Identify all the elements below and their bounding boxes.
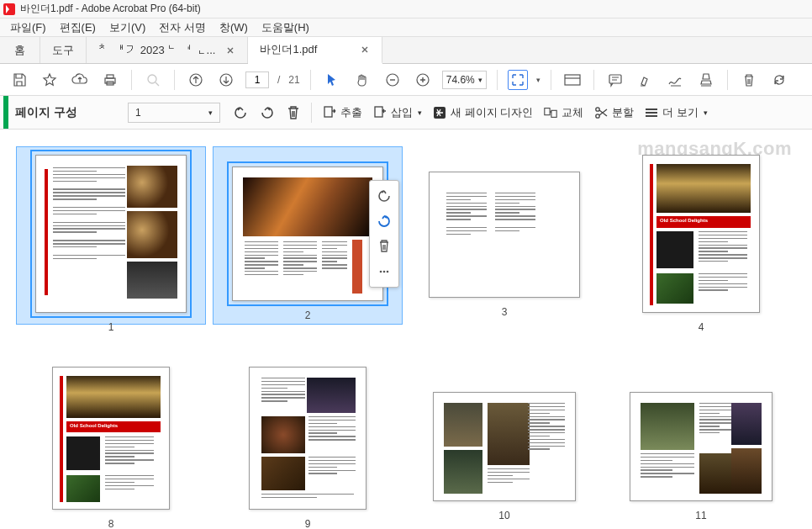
page-thumbnail[interactable]: 11 (613, 367, 789, 529)
fit-page-button[interactable] (508, 70, 528, 90)
page-thumbnail[interactable]: 1 (23, 155, 199, 333)
zoom-in-button[interactable] (412, 69, 434, 91)
menu-view[interactable]: 보기(V) (104, 19, 150, 37)
design-page-button[interactable]: 새 페이지 디자인 (427, 102, 538, 124)
insert-icon (372, 105, 388, 120)
highlight-button[interactable] (635, 69, 656, 91)
page-number-label: 4 (699, 321, 704, 333)
extract-button[interactable]: 추출 (317, 102, 367, 124)
tab-doc2-label: 바인더1.pdf (260, 42, 317, 57)
svg-rect-19 (646, 115, 657, 117)
star-button[interactable] (39, 69, 61, 91)
more-icon (644, 105, 659, 120)
page-thumbnail[interactable]: Old School Delights 8 (23, 367, 199, 529)
acrobat-app-icon (3, 3, 15, 15)
svg-rect-17 (646, 108, 657, 110)
tab-home-label: 홈 (14, 43, 25, 58)
separator (497, 70, 498, 90)
svg-point-3 (148, 75, 156, 83)
rotate-cw-button[interactable] (372, 209, 396, 233)
total-pages-label: 21 (288, 74, 299, 86)
menu-edit[interactable]: 편집(E) (55, 19, 101, 37)
tab-home[interactable]: 홈 (0, 37, 40, 63)
sticky-note-button[interactable] (604, 69, 626, 91)
find-button[interactable] (142, 69, 164, 91)
save-button[interactable] (8, 69, 30, 91)
tool-indicator (3, 96, 8, 129)
zoom-level-dropdown[interactable]: 74.6% ▾ (442, 71, 487, 89)
menu-help[interactable]: 도움말(H) (256, 19, 314, 37)
close-tab-icon[interactable] (225, 45, 235, 56)
cloud-upload-button[interactable] (69, 69, 91, 91)
close-tab-icon[interactable] (360, 45, 370, 55)
select-tool-button[interactable] (321, 69, 343, 91)
split-button[interactable]: 분할 (588, 102, 639, 124)
menu-bar: 파일(F) 편집(E) 보기(V) 전자 서명 창(W) 도움말(H) (0, 19, 812, 37)
chevron-down-icon: ▾ (208, 108, 213, 117)
organize-pages-title: 페이지 구성 (15, 105, 77, 120)
page-number-label: 10 (498, 510, 509, 521)
print-button[interactable] (99, 69, 121, 91)
svg-point-21 (383, 271, 386, 273)
replace-icon (543, 105, 558, 120)
svg-rect-8 (565, 75, 580, 85)
insert-button[interactable]: 삽입 ▾ (367, 102, 427, 124)
chevron-down-icon: ▾ (478, 76, 482, 84)
menu-file[interactable]: 파일(F) (5, 19, 51, 37)
chevron-down-icon[interactable]: ▾ (536, 76, 540, 84)
delete-page-button[interactable] (281, 101, 306, 124)
title-bar: 바인더1.pdf - Adobe Acrobat Pro (64-bit) (0, 0, 812, 19)
extract-label: 추출 (340, 105, 362, 120)
page-thumbnail[interactable]: 10 (416, 367, 593, 529)
rotate-ccw-button[interactable] (372, 184, 396, 208)
page-number-label: 11 (695, 510, 706, 521)
page-number-label: 8 (108, 518, 114, 529)
page-selector-dropdown[interactable]: 1 ▾ (128, 103, 220, 123)
more-actions-button[interactable] (372, 260, 396, 283)
next-page-button[interactable] (215, 69, 237, 91)
insert-label: 삽입 (391, 105, 413, 120)
rotate-cw-button[interactable] (254, 101, 281, 124)
replace-label: 교체 (562, 105, 583, 120)
page-thumbnail[interactable]: Old School Delights 4 (613, 155, 789, 333)
separator (311, 103, 312, 123)
read-mode-button[interactable] (562, 69, 583, 91)
chevron-down-icon: ▾ (704, 108, 708, 117)
more-options-button[interactable]: 더 보기 ▾ (639, 102, 713, 124)
svg-rect-14 (551, 110, 556, 117)
thumbnail-grid: 1 (17, 155, 795, 529)
svg-rect-11 (375, 107, 382, 117)
refresh-button[interactable] (768, 69, 790, 91)
tab-tools[interactable]: 도구 (40, 37, 87, 63)
page-thumbnail[interactable]: 9 (219, 367, 396, 529)
page-number-input[interactable] (245, 71, 269, 88)
stamp-button[interactable] (695, 69, 717, 91)
zoom-out-button[interactable] (382, 69, 403, 91)
page-number-label: 3 (502, 306, 508, 318)
separator (174, 70, 175, 90)
page-number-label: 1 (108, 321, 114, 333)
svg-rect-9 (609, 75, 621, 83)
svg-rect-1 (107, 75, 113, 78)
page-selector-value: 1 (135, 107, 141, 119)
page-thumbnails-area[interactable]: mangsangK.com (0, 130, 812, 529)
delete-button[interactable] (738, 69, 760, 91)
separator (310, 70, 311, 90)
replace-button[interactable]: 교체 (538, 102, 588, 124)
separator (593, 70, 594, 90)
menu-sign[interactable]: 전자 서명 (154, 19, 211, 37)
page-thumbnail[interactable]: 3 (416, 155, 593, 333)
delete-page-button[interactable] (372, 235, 396, 258)
prev-page-button[interactable] (185, 69, 207, 91)
svg-rect-10 (324, 107, 332, 117)
sign-button[interactable] (665, 69, 687, 91)
extract-icon (322, 105, 337, 120)
page-thumbnail[interactable]: 2 (219, 155, 396, 333)
hand-tool-button[interactable] (351, 69, 373, 91)
tab-document-1[interactable]: ᄎ ᅢ ᄀ 2023 ᄂ ᅧ ᆫ... (87, 37, 248, 63)
rotate-ccw-button[interactable] (227, 101, 254, 124)
tab-doc1-label: ᄎ ᅢ ᄀ 2023 ᄂ ᅧ ᆫ... (98, 44, 215, 56)
svg-point-22 (387, 271, 389, 273)
tab-document-2[interactable]: 바인더1.pdf (248, 37, 382, 64)
menu-window[interactable]: 창(W) (214, 19, 253, 37)
